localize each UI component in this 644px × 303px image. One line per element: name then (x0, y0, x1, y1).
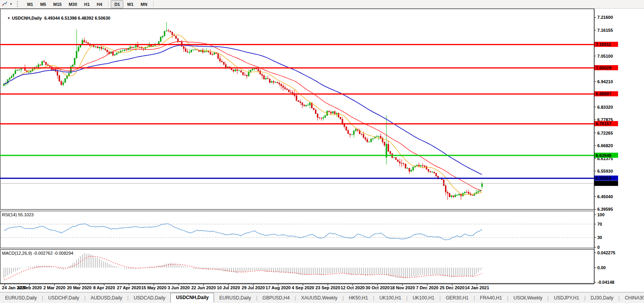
tf-button-W1[interactable]: W1 (123, 0, 137, 8)
chart-window: 7.216007.161557.051006.942106.833206.778… (0, 9, 644, 292)
svg-text:100: 100 (597, 212, 604, 217)
tab-USOil-Weekly[interactable]: USOil,Weekly (509, 293, 548, 303)
chart-title: ▼USDCNH,Daily 6.49344 6.51398 6.48392 6.… (2, 11, 110, 25)
timeframe-buttons: M1M5M15M30H1H4D1W1MN (24, 0, 151, 8)
date-label: 23 Sep 2020 (315, 285, 340, 290)
tab-GER30-H1[interactable]: GER30,H1 (441, 293, 474, 303)
date-label: 2 Mar 2020 (43, 285, 65, 290)
rsi-indicator-label: RSI(14) 55.1023 (2, 212, 34, 217)
tab-USDCNH-Daily[interactable]: USDCNH,Daily (170, 293, 214, 303)
date-label: 29 Jul 2020 (242, 285, 265, 290)
svg-text:-0.04148: -0.04148 (597, 280, 614, 285)
tf-button-MN[interactable]: MN (137, 0, 151, 8)
top-toolbar: ▼ M1M5M15M30H1H4D1W1MN (0, 0, 644, 9)
tab-UK100-H1[interactable]: UK100,H1 (408, 293, 439, 303)
toolbar-separator (153, 1, 154, 7)
svg-text:0.042275: 0.042275 (597, 250, 615, 255)
chart-tabbar: EURUSD,Daily|USDCHF,Daily|AUDUSD,Daily|U… (0, 292, 644, 303)
svg-text:6.83320: 6.83320 (597, 105, 613, 110)
tab-FRA40-H1[interactable]: FRA40,H1 (475, 293, 507, 303)
tab-XAUUSD-Weekly[interactable]: XAUUSD,Weekly (296, 293, 342, 303)
tab-USDCHF-Daily[interactable]: USDCHF,Daily (43, 293, 84, 303)
svg-text:6.50630: 6.50630 (596, 181, 611, 186)
date-label: 4 Sep 2020 (292, 285, 314, 290)
date-label: 25 Dec 2020 (440, 285, 465, 290)
chart-title-text: USDCNH,Daily 6.49344 6.51398 6.48392 6.5… (12, 16, 110, 20)
date-label: 10 Jul 2020 (217, 285, 240, 290)
svg-text:0: 0 (597, 245, 600, 250)
price-chart-canvas[interactable]: 7.216007.161557.051006.942106.833206.778… (0, 9, 644, 292)
tf-button-M1[interactable]: M1 (24, 0, 37, 8)
svg-text:30: 30 (597, 235, 602, 240)
svg-text:6.94210: 6.94210 (597, 79, 613, 84)
svg-text:6.52865: 6.52865 (596, 176, 611, 181)
date-label: 14 Jan 2021 (465, 285, 489, 290)
svg-text:6.62646: 6.62646 (596, 153, 611, 158)
date-label: 17 Aug 2020 (265, 285, 291, 290)
date-label: 27 Apr 2020 (117, 285, 141, 290)
tab-EURUSD-Daily[interactable]: EURUSD,Daily (0, 293, 42, 303)
svg-text:7.10011: 7.10011 (596, 42, 611, 47)
svg-text:6.72265: 6.72265 (597, 131, 613, 135)
svg-text:6.55930: 6.55930 (597, 169, 613, 173)
tf-button-H1[interactable]: H1 (80, 0, 93, 8)
tab-DJ30-Daily[interactable]: DJ30,Daily (585, 293, 618, 303)
date-label: 22 Jun 2020 (191, 285, 216, 290)
svg-text:7.05100: 7.05100 (597, 54, 613, 58)
date-label: 7 Dec 2020 (416, 285, 439, 290)
date-label: 12 Oct 2020 (341, 285, 365, 290)
svg-text:7.00029: 7.00029 (596, 66, 611, 70)
svg-text:7.16155: 7.16155 (597, 28, 613, 33)
svg-text:6.76157: 6.76157 (596, 121, 611, 126)
tab-USDJPY-H1[interactable]: USDJPY,H1 (549, 293, 584, 303)
tab-USDCAD-Daily[interactable]: USDCAD,Daily (128, 293, 170, 303)
date-label: 3 Jun 2020 (168, 285, 190, 290)
drawing-tool-group[interactable]: ▼ (0, 0, 14, 8)
tf-button-M30[interactable]: M30 (65, 0, 80, 8)
date-label: 15 May 2020 (141, 285, 166, 290)
tab-CHINA300-H1[interactable]: CHINA300,H1 (620, 293, 644, 303)
toolbar-separator (108, 1, 108, 7)
dropdown-caret-icon[interactable]: ▼ (9, 2, 13, 6)
date-label: 12 Feb 2020 (17, 285, 42, 290)
svg-text:6.45040: 6.45040 (597, 194, 613, 199)
svg-text:6.66820: 6.66820 (597, 143, 613, 148)
date-label: 8 Apr 2020 (93, 285, 115, 290)
tab-AUDUSD-Daily[interactable]: AUDUSD,Daily (86, 293, 128, 303)
svg-text:0.00: 0.00 (597, 265, 606, 270)
tab-HK50-H1[interactable]: HK50,H1 (344, 293, 373, 303)
svg-text:7.21600: 7.21600 (597, 15, 613, 20)
collapse-triangle-icon[interactable]: ▼ (7, 16, 10, 20)
tab-UK100-H1[interactable]: UK100,H1 (374, 293, 406, 303)
date-label: 18 Nov 2020 (390, 285, 415, 290)
toolbar-grip[interactable] (17, 1, 20, 7)
tf-button-M5[interactable]: M5 (37, 0, 49, 8)
tab-GBPUSD-H4[interactable]: GBPUSD,H4 (257, 293, 295, 303)
svg-text:6.88897: 6.88897 (596, 91, 611, 96)
svg-text:70: 70 (597, 222, 602, 226)
tf-button-M15[interactable]: M15 (49, 0, 65, 8)
tf-button-D1[interactable]: D1 (111, 0, 123, 8)
tab-EURUSD-Daily[interactable]: EURUSD,Daily (214, 293, 256, 303)
date-label: 30 Oct 2020 (366, 285, 390, 290)
date-label: 20 Mar 2020 (67, 285, 91, 290)
svg-text:6.39595: 6.39595 (597, 207, 613, 212)
macd-indicator-label: MACD(12,26,9) -0.002762 -0.008294 (2, 251, 73, 256)
trendline-tool-icon[interactable] (2, 0, 8, 8)
chart-tabs: EURUSD,Daily|USDCHF,Daily|AUDUSD,Daily|U… (0, 293, 644, 303)
tf-button-H4[interactable]: H4 (93, 0, 106, 8)
